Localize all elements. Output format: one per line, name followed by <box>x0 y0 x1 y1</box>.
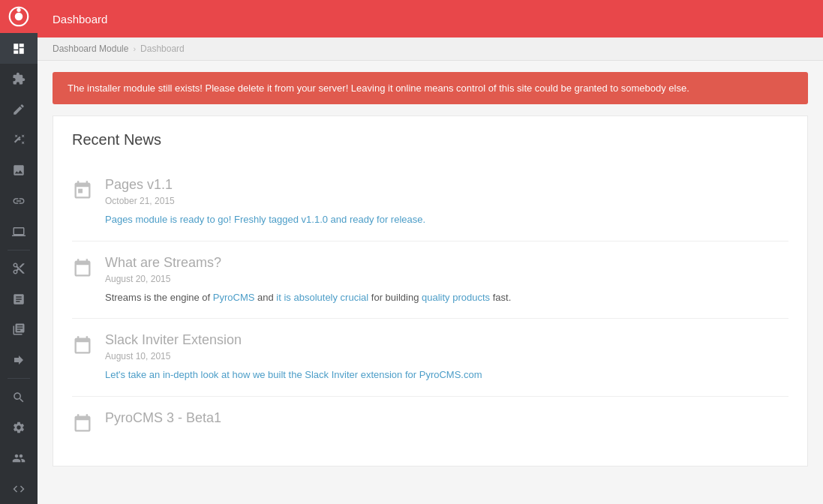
news-item: Pages v1.1 October 21, 2015 Pages module… <box>72 164 788 242</box>
news-text: Let's take an in-depth look at how we bu… <box>105 368 788 382</box>
sidebar-item-settings[interactable] <box>0 412 38 443</box>
news-link-crucial[interactable]: it is absolutely crucial <box>276 292 368 303</box>
news-item: PyroCMS 3 - Beta1 <box>72 397 788 451</box>
sidebar-item-edit[interactable] <box>0 94 38 125</box>
news-item: What are Streams? August 20, 2015 Stream… <box>72 242 788 320</box>
header-title: Dashboard <box>53 13 107 26</box>
breadcrumb-module[interactable]: Dashboard Module <box>53 44 128 54</box>
sidebar-item-forward[interactable] <box>0 345 38 376</box>
section-title: Recent News <box>72 131 788 148</box>
sidebar-item-monitor[interactable] <box>0 216 38 247</box>
sidebar-item-dashboard[interactable] <box>0 33 38 64</box>
news-title: Pages v1.1 <box>105 177 788 193</box>
calendar-icon <box>72 413 93 437</box>
news-title: Slack Inviter Extension <box>105 332 788 348</box>
sidebar-item-media[interactable] <box>0 155 38 186</box>
news-date: October 21, 2015 <box>105 196 788 206</box>
news-link-pyrocms[interactable]: PyroCMS <box>213 292 255 303</box>
sidebar-item-code[interactable] <box>0 473 38 504</box>
sidebar-divider-2 <box>8 378 30 379</box>
sidebar-item-links[interactable] <box>0 186 38 217</box>
svg-point-2 <box>17 8 20 12</box>
calendar-icon <box>72 258 93 282</box>
sidebar-item-scissors[interactable] <box>0 254 38 284</box>
breadcrumb-current: Dashboard <box>140 44 185 54</box>
recent-news-section: Recent News Pages v1.1 October 21, 2015 … <box>53 116 808 466</box>
calendar-icon <box>72 335 93 359</box>
breadcrumb: Dashboard Module › Dashboard <box>38 38 823 61</box>
calendar-icon <box>72 180 93 204</box>
news-item: Slack Inviter Extension August 10, 2015 … <box>72 319 788 397</box>
news-link-quality[interactable]: quality products <box>422 292 490 303</box>
sidebar-item-users[interactable] <box>0 443 38 474</box>
breadcrumb-separator: › <box>133 44 136 53</box>
news-body: What are Streams? August 20, 2015 Stream… <box>105 255 788 305</box>
news-body: PyroCMS 3 - Beta1 <box>105 410 788 429</box>
news-text: Streams is the engine of PyroCMS and it … <box>105 290 788 305</box>
news-link[interactable]: Let's take an in-depth look at how we bu… <box>105 369 482 380</box>
news-body: Slack Inviter Extension August 10, 2015 … <box>105 332 788 382</box>
sidebar-item-modules[interactable] <box>0 64 38 94</box>
sidebar-divider-1 <box>8 250 30 250</box>
sidebar <box>0 0 38 504</box>
news-date: August 10, 2015 <box>105 351 788 362</box>
news-title: PyroCMS 3 - Beta1 <box>105 410 788 426</box>
sidebar-item-search[interactable] <box>0 382 38 412</box>
sidebar-item-streams[interactable] <box>0 314 38 345</box>
sidebar-item-magic[interactable] <box>0 124 38 155</box>
news-body: Pages v1.1 October 21, 2015 Pages module… <box>105 177 788 227</box>
content-area: The installer module still exists! Pleas… <box>38 61 823 504</box>
sidebar-item-content[interactable] <box>0 284 38 314</box>
news-date: August 20, 2015 <box>105 274 788 284</box>
logo-button[interactable] <box>0 0 38 33</box>
main-content: Dashboard Dashboard Module › Dashboard T… <box>38 0 823 504</box>
alert-banner: The installer module still exists! Pleas… <box>53 72 808 104</box>
news-title: What are Streams? <box>105 255 788 271</box>
news-link[interactable]: Pages module is ready to go! Freshly tag… <box>105 214 425 225</box>
news-text: Pages module is ready to go! Freshly tag… <box>105 212 788 227</box>
svg-point-1 <box>15 13 23 21</box>
header: Dashboard <box>38 0 823 38</box>
